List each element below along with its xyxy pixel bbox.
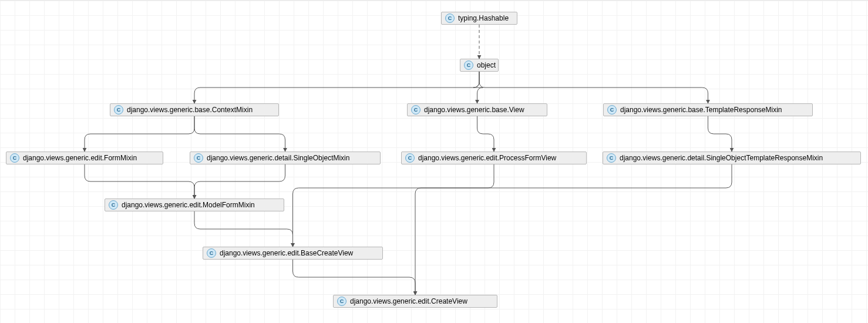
class-label: object bbox=[477, 61, 496, 69]
class-icon: C bbox=[194, 153, 203, 163]
edge-single_obj_tmpl_mixin-to-create_view bbox=[415, 164, 732, 295]
class-label: django.views.generic.base.ContextMixin bbox=[127, 106, 253, 114]
class-icon: C bbox=[337, 297, 346, 306]
edge-process_form_view-to-base_create_view bbox=[293, 164, 494, 247]
edge-form_mixin-to-model_form_mixin bbox=[85, 164, 194, 198]
class-label: django.views.generic.edit.BaseCreateView bbox=[220, 249, 353, 257]
class-icon: C bbox=[445, 14, 455, 23]
class-icon: C bbox=[607, 105, 617, 115]
class-node-object[interactable]: Cobject bbox=[460, 59, 499, 72]
class-label: typing.Hashable bbox=[458, 14, 509, 22]
class-icon: C bbox=[411, 105, 420, 115]
class-icon: C bbox=[114, 105, 123, 115]
edge-object-to-context_mixin bbox=[194, 72, 479, 103]
edge-context_mixin-to-single_obj_mixin bbox=[194, 116, 285, 152]
class-node-hashable[interactable]: Ctyping.Hashable bbox=[441, 12, 517, 25]
class-node-form_mixin[interactable]: Cdjango.views.generic.edit.FormMixin bbox=[6, 152, 163, 164]
edge-view-to-process_form_view bbox=[477, 116, 494, 152]
class-label: django.views.generic.edit.ModelFormMixin bbox=[122, 201, 255, 209]
class-label: django.views.generic.detail.SingleObject… bbox=[207, 154, 349, 162]
class-icon: C bbox=[207, 248, 216, 258]
class-icon: C bbox=[10, 153, 19, 163]
edge-single_obj_mixin-to-model_form_mixin bbox=[194, 164, 285, 198]
class-icon: C bbox=[464, 60, 473, 70]
class-label: django.views.generic.edit.FormMixin bbox=[23, 154, 137, 162]
class-icon: C bbox=[109, 200, 118, 210]
edge-object-to-tmpl_response_mixin bbox=[479, 72, 708, 103]
class-label: django.views.generic.detail.SingleObject… bbox=[620, 154, 823, 162]
class-icon: C bbox=[405, 153, 415, 163]
edge-tmpl_response_mixin-to-single_obj_tmpl_mixin bbox=[708, 116, 732, 152]
class-node-single_obj_mixin[interactable]: Cdjango.views.generic.detail.SingleObjec… bbox=[190, 152, 381, 164]
class-node-process_form_view[interactable]: Cdjango.views.generic.edit.ProcessFormVi… bbox=[401, 152, 587, 164]
edge-context_mixin-to-form_mixin bbox=[85, 116, 194, 152]
class-label: django.views.generic.edit.ProcessFormVie… bbox=[418, 154, 556, 162]
edge-base_create_view-to-create_view bbox=[293, 260, 416, 295]
edge-model_form_mixin-to-base_create_view bbox=[194, 211, 293, 247]
class-node-create_view[interactable]: Cdjango.views.generic.edit.CreateView bbox=[333, 295, 497, 308]
class-label: django.views.generic.base.TemplateRespon… bbox=[620, 106, 782, 114]
class-node-tmpl_response_mixin[interactable]: Cdjango.views.generic.base.TemplateRespo… bbox=[603, 103, 813, 116]
class-node-view[interactable]: Cdjango.views.generic.base.View bbox=[407, 103, 547, 116]
class-label: django.views.generic.base.View bbox=[424, 106, 524, 114]
class-node-context_mixin[interactable]: Cdjango.views.generic.base.ContextMixin bbox=[110, 103, 279, 116]
class-node-single_obj_tmpl_mixin[interactable]: Cdjango.views.generic.detail.SingleObjec… bbox=[603, 152, 861, 164]
edge-object-to-view bbox=[473, 72, 483, 103]
class-label: django.views.generic.edit.CreateView bbox=[350, 297, 467, 305]
class-node-model_form_mixin[interactable]: Cdjango.views.generic.edit.ModelFormMixi… bbox=[105, 198, 284, 211]
class-icon: C bbox=[607, 153, 616, 163]
diagram-canvas[interactable]: Ctyping.HashableCobjectCdjango.views.gen… bbox=[0, 0, 868, 323]
class-node-base_create_view[interactable]: Cdjango.views.generic.edit.BaseCreateVie… bbox=[203, 247, 383, 260]
